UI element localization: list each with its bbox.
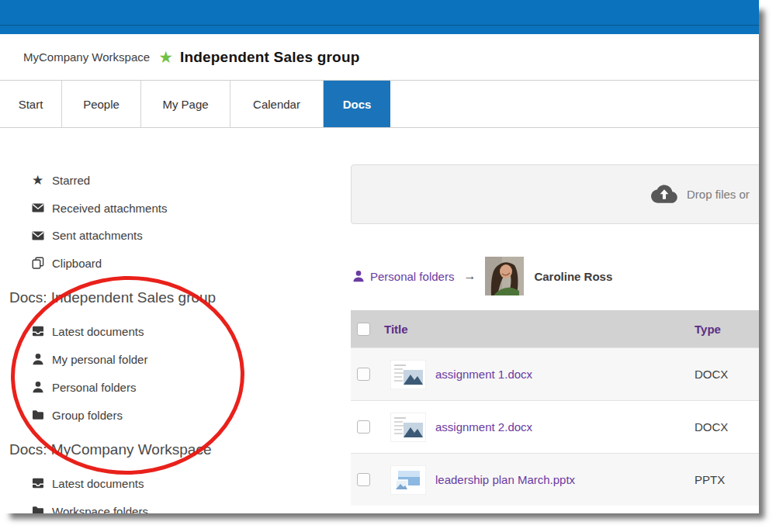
sidebar-item-label: Workspace folders [52, 505, 148, 514]
person-icon [31, 353, 44, 366]
tab-my-page[interactable]: My Page [141, 81, 230, 127]
sidebar-item-sent-attachments[interactable]: Sent attachments [0, 222, 351, 250]
document-link[interactable]: assignment 2.docx [435, 420, 532, 434]
document-link[interactable]: assignment 1.docx [435, 368, 532, 381]
row-checkbox[interactable] [357, 473, 370, 486]
sidebar-item-label: Starred [52, 174, 90, 187]
select-all-checkbox[interactable] [357, 323, 370, 336]
favorite-star-icon[interactable]: ★ [158, 49, 173, 65]
table-row[interactable]: assignment 2.docx DOCX [351, 400, 759, 453]
column-header-title[interactable]: Title [384, 323, 408, 336]
document-type: PPTX [695, 473, 725, 486]
sidebar-item-label: My personal folder [52, 353, 147, 366]
breadcrumb-arrow: → [463, 269, 476, 283]
document-link[interactable]: leadership plan March.pptx [435, 473, 575, 486]
folder-icon [31, 409, 44, 422]
tab-docs[interactable]: Docs [324, 81, 390, 127]
workspace-name[interactable]: MyCompany Workspace [23, 50, 150, 64]
sidebar-item-workspace-folders[interactable]: Workspace folders [0, 497, 351, 513]
sidebar-item-my-personal-folder[interactable]: My personal folder [0, 345, 351, 373]
sidebar-item-starred[interactable]: ★ Starred [0, 167, 351, 195]
sidebar-section-heading: Docs: Independent Sales group [9, 288, 351, 308]
top-navigation-bar [0, 0, 759, 34]
sidebar-item-label: Clipboard [52, 257, 102, 270]
column-header-type[interactable]: Type [695, 323, 721, 336]
file-drop-zone[interactable]: Drop files or [351, 164, 759, 224]
inbox-icon [31, 325, 44, 338]
workspace-header: MyCompany Workspace ★ Independent Sales … [0, 34, 759, 80]
workspace-docs-list: Latest documents Workspace folders [0, 469, 351, 513]
sidebar-item-label: Latest documents [52, 325, 144, 338]
folder-icon [31, 505, 44, 514]
folder-breadcrumb: Personal folders → Caroline Ross [351, 256, 759, 296]
person-icon [352, 270, 365, 282]
powerpoint-slide-thumbnail [390, 465, 426, 495]
tab-people[interactable]: People [62, 81, 141, 127]
breadcrumb-user-name: Caroline Ross [534, 270, 612, 283]
row-checkbox[interactable] [357, 368, 370, 381]
word-document-thumbnail [390, 413, 426, 442]
document-type: DOCX [695, 420, 728, 434]
cloud-upload-icon [650, 184, 679, 205]
quick-links-list: ★ Starred Received attachments Sent atta… [0, 167, 351, 277]
page-title: Independent Sales group [180, 49, 360, 66]
sidebar-item-label: Latest documents [52, 477, 144, 490]
document-type: DOCX [695, 368, 728, 381]
table-row[interactable]: assignment 1.docx DOCX [351, 347, 759, 400]
tab-calendar[interactable]: Calendar [230, 81, 324, 127]
row-checkbox[interactable] [357, 420, 370, 434]
sidebar-item-label: Received attachments [52, 202, 167, 215]
sidebar-item-latest-documents-workspace[interactable]: Latest documents [0, 469, 351, 497]
user-avatar[interactable] [485, 257, 524, 295]
group-docs-list: Latest documents My personal folder Pers… [0, 317, 351, 429]
table-header-row: Title Type [351, 310, 759, 347]
tab-start[interactable]: Start [0, 81, 62, 127]
envelope-icon [31, 229, 44, 242]
drop-zone-hint: Drop files or [650, 165, 750, 223]
copy-icon [31, 257, 44, 270]
sidebar-item-label: Group folders [52, 409, 123, 422]
sidebar-item-label: Sent attachments [52, 229, 143, 242]
person-icon [31, 381, 44, 394]
docs-sidebar: ★ Starred Received attachments Sent atta… [0, 128, 351, 513]
docs-main-panel: Drop files or Personal folders → Carolin… [351, 128, 759, 513]
sidebar-item-personal-folders[interactable]: Personal folders [0, 373, 351, 401]
tab-bar: Start People My Page Calendar Docs [0, 80, 759, 128]
sidebar-item-clipboard[interactable]: Clipboard [0, 250, 351, 278]
table-row[interactable]: leadership plan March.pptx PPTX [351, 453, 759, 506]
sidebar-item-group-folders[interactable]: Group folders [0, 401, 351, 429]
drop-files-label: Drop files or [687, 188, 750, 201]
documents-table: Title Type assignment 1.docx DOCX [351, 310, 759, 506]
sidebar-section-heading: Docs: MyCompany Workspace [9, 440, 351, 460]
app-window: MyCompany Workspace ★ Independent Sales … [0, 0, 759, 513]
envelope-icon [31, 202, 44, 215]
inbox-icon [31, 477, 44, 490]
word-document-thumbnail [390, 360, 426, 389]
sidebar-item-received-attachments[interactable]: Received attachments [0, 195, 351, 223]
screenshot-stage: MyCompany Workspace ★ Independent Sales … [0, 0, 776, 532]
sidebar-item-latest-documents[interactable]: Latest documents [0, 317, 351, 345]
breadcrumb-personal-folders-link[interactable]: Personal folders [370, 270, 454, 283]
star-icon: ★ [31, 174, 44, 187]
sidebar-item-label: Personal folders [52, 381, 136, 394]
